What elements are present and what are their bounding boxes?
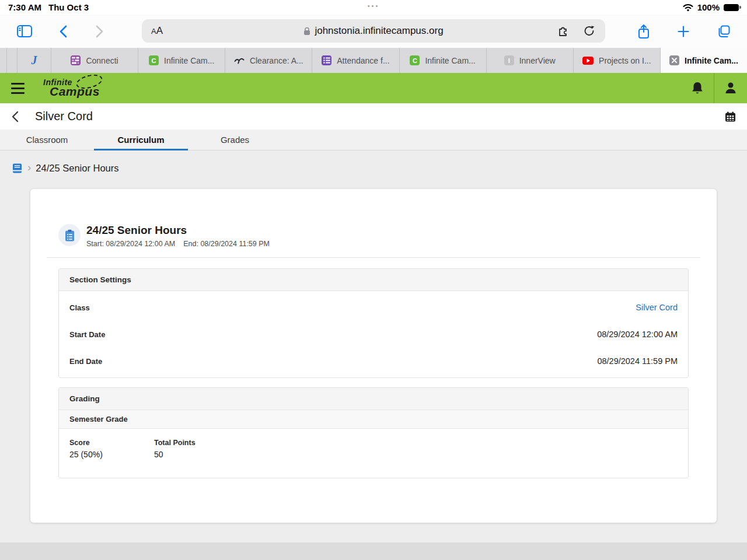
total-points-stat: Total Points 50 xyxy=(154,439,239,459)
tab-label: InnerView xyxy=(519,56,556,65)
class-link[interactable]: Silver Cord xyxy=(636,303,678,312)
user-menu-button[interactable] xyxy=(714,73,747,103)
tab-grades[interactable]: Grades xyxy=(188,130,282,150)
extensions-puzzle-button[interactable] xyxy=(557,25,570,37)
share-button[interactable] xyxy=(633,15,655,48)
setting-row-class: Class Silver Cord xyxy=(59,294,688,321)
browser-tab-infinite-campus-1[interactable]: C Infinite Cam... xyxy=(138,48,225,73)
tab-label: Infinite Cam... xyxy=(164,56,214,65)
share-icon xyxy=(638,24,650,39)
campus-header: Infinite Campus xyxy=(0,73,747,103)
forward-button[interactable] xyxy=(89,15,110,48)
setting-value: 08/29/2024 12:00 AM xyxy=(597,330,678,339)
setting-label: Start Date xyxy=(69,330,105,339)
setting-label: Class xyxy=(69,303,90,312)
chevron-left-icon xyxy=(60,25,67,38)
tab-label: Curriculum xyxy=(117,135,164,145)
section-settings-title: Section Settings xyxy=(59,269,688,291)
semester-grade-header: Semester Grade xyxy=(59,410,688,429)
page-title-bar: Silver Cord xyxy=(0,103,747,130)
innerview-favicon: I xyxy=(504,55,514,65)
tab-strip-spacer xyxy=(7,48,18,73)
tab-overview-button[interactable] xyxy=(712,15,735,48)
back-button[interactable] xyxy=(53,15,74,48)
assignment-icon-badge xyxy=(58,224,81,246)
assignment-start: Start: 08/29/2024 12:00 AM xyxy=(86,240,175,248)
calendar-button[interactable] xyxy=(713,103,747,130)
bell-icon xyxy=(691,81,704,95)
reload-button[interactable] xyxy=(584,25,595,37)
clipboard-icon xyxy=(65,229,75,242)
tab-label: Clearance: A... xyxy=(250,56,303,65)
score-stat: Score 25 (50%) xyxy=(69,439,154,459)
battery-percent: 100% xyxy=(697,2,720,12)
tab-classroom[interactable]: Classroom xyxy=(0,130,94,150)
sidebar-icon xyxy=(17,25,32,37)
chevron-left-icon xyxy=(12,111,19,123)
close-tab-icon[interactable] xyxy=(669,55,679,65)
browser-tab-infinite-campus-active[interactable]: Infinite Cam... xyxy=(661,48,747,73)
page-title: Silver Cord xyxy=(35,110,93,123)
tab-label: Infinite Cam... xyxy=(685,56,738,65)
grid-favicon xyxy=(71,55,81,65)
assignment-header: 24/25 Senior Hours Start: 08/29/2024 12:… xyxy=(47,189,700,258)
new-tab-button[interactable] xyxy=(672,15,694,48)
class-nav-tabs: Classroom Curriculum Grades xyxy=(0,130,747,150)
battery-icon xyxy=(724,4,739,11)
browser-tab-innerview[interactable]: I InnerView xyxy=(487,48,574,73)
page-back-button[interactable] xyxy=(0,103,30,130)
browser-tab-infinite-campus-2[interactable]: C Infinite Cam... xyxy=(400,48,487,73)
browser-tab-connect[interactable]: Connecti xyxy=(51,48,138,73)
tab-strip-spacer xyxy=(0,48,7,73)
setting-value: 08/29/2024 11:59 PM xyxy=(597,356,678,366)
total-points-label: Total Points xyxy=(154,439,239,447)
bird-favicon xyxy=(234,57,245,65)
browser-toolbar: AA johnstonia.infinitecampus.org xyxy=(0,15,747,48)
url-text-wrap: johnstonia.infinitecampus.org xyxy=(142,19,605,43)
browser-tab-clearance[interactable]: Clearance: A... xyxy=(225,48,312,73)
multitask-dots-icon: ••• xyxy=(0,2,747,9)
notifications-button[interactable] xyxy=(681,73,714,103)
score-label: Score xyxy=(69,439,154,447)
browser-tab-attendance[interactable]: Attendance f... xyxy=(312,48,399,73)
total-points-value: 50 xyxy=(154,450,239,459)
setting-row-start-date: Start Date 08/29/2024 12:00 AM xyxy=(59,321,688,348)
tab-label: Attendance f... xyxy=(337,56,389,65)
tab-label: Connecti xyxy=(86,56,118,65)
tab-label: Projects on I... xyxy=(599,56,651,65)
infinite-campus-logo[interactable]: Infinite Campus xyxy=(43,78,100,99)
menu-button[interactable] xyxy=(0,73,35,103)
campus-c-favicon: C xyxy=(149,55,159,65)
breadcrumb-chevron: › xyxy=(27,161,31,174)
tab-label: Classroom xyxy=(26,135,68,145)
grade-stats: Score 25 (50%) Total Points 50 xyxy=(59,429,688,478)
tab-label: Infinite Cam... xyxy=(425,56,475,65)
assignment-title: 24/25 Senior Hours xyxy=(86,224,270,237)
browser-tab-youtube[interactable]: Projects on I... xyxy=(574,48,661,73)
tabs-icon xyxy=(717,24,731,38)
calendar-icon xyxy=(725,111,736,122)
footer-strip xyxy=(0,542,747,560)
status-bar: 7:30 AM Thu Oct 3 ••• 100% xyxy=(0,0,747,15)
tab-label: Grades xyxy=(221,135,249,145)
url-text: johnstonia.infinitecampus.org xyxy=(315,25,443,37)
breadcrumb: › 24/25 Senior Hours xyxy=(0,150,747,176)
campus-c-favicon: C xyxy=(410,55,420,65)
browser-tab-strip: J Connecti C Infinite Cam... Clearance: … xyxy=(0,48,747,73)
url-bar[interactable]: AA johnstonia.infinitecampus.org xyxy=(142,19,605,43)
book-icon[interactable] xyxy=(12,163,23,174)
wifi-icon xyxy=(683,4,693,12)
status-right: 100% xyxy=(683,2,739,12)
content-area: › 24/25 Senior Hours 24/25 Senior Hours … xyxy=(0,150,747,560)
score-value: 25 (50%) xyxy=(69,450,154,459)
grading-box: Grading Semester Grade Score 25 (50%) To… xyxy=(58,387,689,478)
person-icon xyxy=(724,81,738,95)
tab-curriculum[interactable]: Curriculum xyxy=(94,130,188,150)
grading-title: Grading xyxy=(59,388,688,410)
sidebar-toggle-button[interactable] xyxy=(13,15,36,48)
pinned-tab[interactable]: J xyxy=(18,48,51,73)
assignment-header-text: 24/25 Senior Hours Start: 08/29/2024 12:… xyxy=(86,224,270,248)
setting-row-end-date: End Date 08/29/2024 11:59 PM xyxy=(59,348,688,374)
plus-icon xyxy=(678,26,689,37)
youtube-play-favicon xyxy=(582,57,594,65)
